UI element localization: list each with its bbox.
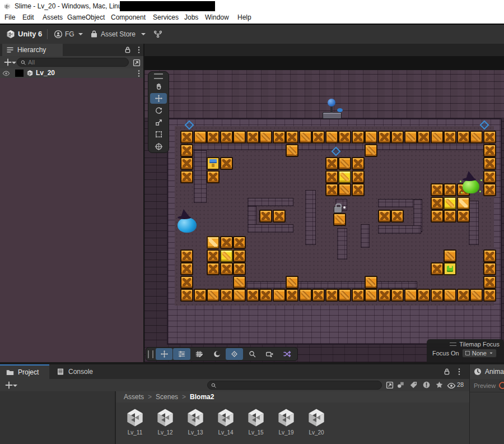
gameobject-gizmo-icon[interactable] <box>185 121 194 130</box>
scene-asset-icon <box>215 407 236 428</box>
asset-item-lv_13[interactable]: Lv_13 <box>184 407 207 444</box>
scene-asset-icon <box>306 407 327 428</box>
asset-picker-icon[interactable] <box>385 381 394 390</box>
add-asset-caret-icon[interactable] <box>11 381 20 390</box>
lock-icon[interactable] <box>442 367 451 376</box>
search-overlay[interactable] <box>244 348 260 360</box>
transform-tool[interactable] <box>150 141 167 152</box>
menu-window[interactable]: Window <box>205 13 229 21</box>
menu-assets[interactable]: Assets <box>43 13 63 21</box>
crate-tile <box>220 289 233 302</box>
scene-asset-icon <box>124 407 146 428</box>
crate-tile <box>273 131 286 144</box>
kebab-menu-icon[interactable] <box>134 45 143 54</box>
scene-root-item[interactable]: Lv_20 <box>36 69 55 77</box>
rotate-tool[interactable] <box>150 105 167 115</box>
asset-item-lv_14[interactable]: Lv_14 <box>214 407 237 444</box>
account-caret-icon[interactable] <box>76 30 85 39</box>
camera-overlay[interactable] <box>261 348 278 360</box>
scene-asset-icon <box>245 407 267 428</box>
focus-on-value: None <box>472 350 487 357</box>
rect-tool[interactable] <box>150 129 167 140</box>
asset-item-lv_12[interactable]: Lv_12 <box>154 407 176 444</box>
grid-paint-overlay[interactable] <box>191 348 208 360</box>
kebab-menu-icon[interactable] <box>455 367 464 376</box>
tab-animation[interactable]: Animation <box>469 364 504 379</box>
hierarchy-tab-label: Hierarchy <box>17 46 46 54</box>
brick-structure <box>248 224 293 233</box>
move-tool[interactable] <box>150 93 167 104</box>
crate-tile <box>444 210 456 223</box>
asset-item-lv_15[interactable]: Lv_15 <box>245 407 267 444</box>
breadcrumb-current[interactable]: Bloma2 <box>190 393 214 401</box>
crate-tile <box>431 131 444 144</box>
menu-jobs[interactable]: Jobs <box>184 13 198 21</box>
move-overlay[interactable] <box>156 348 172 360</box>
star-icon[interactable] <box>435 381 444 389</box>
menu-file[interactable]: File <box>4 13 15 21</box>
menu-component[interactable]: Component <box>111 13 146 21</box>
asset-store-caret-icon[interactable] <box>139 30 148 39</box>
record-button[interactable] <box>499 381 504 390</box>
window-title: Slime - Lv_20 - Windows, Mac, Linux <box>15 2 125 10</box>
asset-item-lv_19[interactable]: Lv_19 <box>275 407 297 444</box>
project-search-input[interactable] <box>218 382 379 388</box>
tilemap-focus-title: Tilemap Focus <box>459 341 500 348</box>
crate-tile <box>483 183 496 196</box>
overlay-drag-handle[interactable] <box>148 350 153 358</box>
crate-tile <box>207 170 220 183</box>
asset-label: Lv_14 <box>218 429 233 436</box>
asset-store-label[interactable]: Asset Store <box>101 30 136 38</box>
visibility-eye-icon[interactable] <box>2 70 10 77</box>
scale-tool[interactable] <box>150 117 167 128</box>
scene-viewport[interactable]: Tilemap Focus Focus On None <box>144 70 504 362</box>
tab-project[interactable]: Project <box>0 364 49 379</box>
animation-tab-label: Animation <box>485 368 504 376</box>
crate-tile <box>483 157 496 170</box>
crate-tile <box>220 131 233 144</box>
sliders-overlay[interactable] <box>173 348 190 360</box>
gameobject-gizmo-icon[interactable] <box>480 121 489 130</box>
crate-tile <box>286 144 298 157</box>
brick-structure <box>337 228 348 260</box>
menu-edit[interactable]: Edit <box>22 13 34 21</box>
hand-tool[interactable] <box>150 81 167 92</box>
menu-help[interactable]: Help <box>237 13 251 21</box>
overlay-drag-handle[interactable] <box>450 343 456 346</box>
label-icon[interactable] <box>409 381 418 389</box>
menu-gameobject[interactable]: GameObject <box>67 13 105 21</box>
crate-tile <box>273 210 286 223</box>
crate-tile <box>352 183 365 196</box>
asset-store-icon[interactable] <box>90 30 99 39</box>
tab-console[interactable]: Console <box>49 364 108 379</box>
hierarchy-search-field[interactable] <box>17 58 129 67</box>
unity-logo-icon <box>6 29 16 39</box>
hierarchy-search-input[interactable] <box>28 59 125 66</box>
overlay-drag-handle[interactable] <box>154 73 163 79</box>
scene-row-kebab-icon[interactable] <box>134 69 143 78</box>
account-label[interactable]: FG <box>65 30 74 38</box>
render-overlay[interactable] <box>208 348 225 360</box>
asset-item-lv_20[interactable]: Lv_20 <box>305 407 328 444</box>
visibility-eye-icon[interactable] <box>447 381 456 390</box>
title-bar: Slime - Lv_20 - Windows, Mac, Linux <box>0 0 504 12</box>
warning-icon[interactable] <box>422 381 431 389</box>
crate-tile <box>352 157 365 170</box>
shapes-icon[interactable] <box>396 381 405 389</box>
asset-item-lv_11[interactable]: Lv_11 <box>124 407 146 444</box>
shuffle-overlay[interactable] <box>279 348 296 360</box>
menu-services[interactable]: Services <box>153 13 179 21</box>
unity-version-label: Unity 6 <box>18 30 42 38</box>
scene-picker-icon[interactable] <box>132 58 141 67</box>
hierarchy-scene-row[interactable]: Lv_20 <box>0 68 143 78</box>
project-search-field[interactable] <box>207 381 382 390</box>
crate-tile <box>378 289 391 302</box>
tab-hierarchy[interactable]: Hierarchy <box>2 44 63 56</box>
lock-icon[interactable] <box>123 45 132 54</box>
version-control-icon[interactable] <box>153 30 162 39</box>
breadcrumb-assets[interactable]: Assets <box>124 393 144 401</box>
account-icon[interactable] <box>54 30 63 39</box>
breadcrumb-scenes[interactable]: Scenes <box>156 393 178 401</box>
focus-on-dropdown[interactable]: None <box>462 349 497 358</box>
tilemap-overlay[interactable] <box>226 348 242 360</box>
